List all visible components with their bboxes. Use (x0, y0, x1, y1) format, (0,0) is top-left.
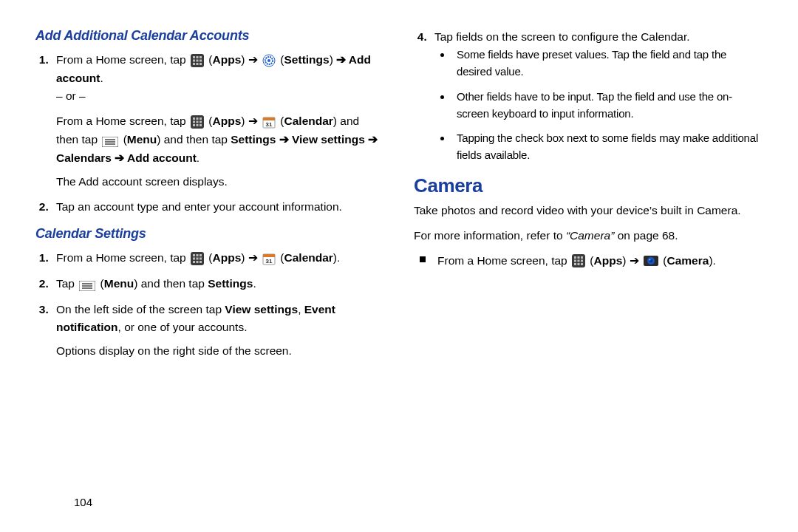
camera-p1: Take photos and record video with your d… (414, 202, 763, 219)
step1b-mid2: and then tap (160, 133, 231, 146)
cs1-pre: From a Home screen, tap (56, 251, 189, 264)
calendar-settings-steps: From a Home screen, tap (Apps) ➔ 31 (Cal… (52, 249, 384, 360)
svg-rect-18 (197, 120, 199, 123)
svg-rect-1 (193, 56, 195, 58)
camera-label: Camera (667, 254, 709, 267)
bullet-2: Other fields have to be input. Tap the f… (452, 88, 763, 123)
calendar-icon: 31 (262, 250, 276, 267)
calendar-label: Calendar (284, 115, 333, 127)
s4-lead: Tap fields on the screen to configure th… (434, 30, 690, 43)
svg-rect-53 (581, 260, 583, 262)
svg-rect-50 (581, 256, 583, 259)
svg-rect-7 (193, 63, 195, 65)
step-2: Tap an account type and enter your accou… (52, 198, 384, 216)
menu-label: Menu (127, 133, 157, 146)
svg-rect-5 (197, 59, 199, 61)
svg-rect-16 (200, 117, 202, 120)
step-1: From a Home screen, tap (Apps) ➔ (Settin… (52, 51, 384, 191)
cs3-mid: , (298, 303, 304, 316)
step1-text-pre: From a Home screen, tap (56, 53, 189, 66)
page-number: 104 (74, 496, 92, 508)
svg-rect-24 (263, 117, 275, 120)
svg-rect-2 (197, 56, 199, 58)
svg-point-60 (649, 259, 651, 261)
svg-rect-21 (197, 124, 199, 126)
svg-rect-51 (574, 260, 576, 262)
apps-grid-icon (191, 113, 204, 131)
apps-grid-icon (191, 250, 204, 267)
svg-rect-4 (193, 59, 195, 61)
svg-rect-17 (193, 120, 195, 123)
settings-label: Settings (284, 53, 330, 66)
right-column: Tap fields on the screen to configure th… (414, 28, 763, 367)
svg-rect-32 (197, 254, 199, 256)
apps-label: Apps (213, 53, 242, 66)
apps-label: Apps (594, 254, 623, 267)
left-column: Add Additional Calendar Accounts From a … (35, 28, 384, 367)
camera-square-bullet: From a Home screen, tap (Apps) ➔ (Camera… (418, 252, 763, 270)
cs-step-2: Tap (Menu) and then tap Settings. (52, 275, 384, 293)
svg-rect-36 (200, 257, 202, 259)
svg-text:31: 31 (266, 121, 273, 128)
camera-ref-quote: “Camera” (566, 229, 614, 242)
svg-rect-34 (193, 257, 195, 259)
svg-rect-6 (200, 59, 202, 61)
menu-list-icon (79, 276, 95, 293)
cs-step-3: On the left side of the screen tap View … (52, 301, 384, 360)
svg-rect-38 (197, 261, 199, 263)
svg-rect-20 (193, 124, 195, 126)
bullet-3: Tapping the check box next to some field… (452, 129, 763, 164)
right-steps: Tap fields on the screen to configure th… (430, 28, 763, 164)
svg-rect-8 (197, 63, 199, 65)
svg-rect-31 (193, 254, 195, 256)
svg-rect-41 (263, 254, 275, 257)
camera-p2b: on page 68. (614, 229, 678, 242)
cs3-pre: On the left side of the screen tap (56, 303, 225, 316)
svg-rect-14 (193, 117, 195, 120)
camera-lens-icon (644, 252, 658, 270)
svg-rect-35 (197, 257, 199, 259)
add-accounts-steps: From a Home screen, tap (Apps) ➔ (Settin… (52, 51, 384, 216)
camera-p2a: For more information, refer to (414, 229, 566, 242)
heading-camera: Camera (414, 174, 763, 197)
svg-rect-9 (200, 63, 202, 65)
heading-add-accounts: Add Additional Calendar Accounts (35, 28, 384, 44)
step1-after: The Add account screen displays. (56, 175, 228, 188)
svg-text:31: 31 (266, 258, 273, 265)
manual-page: Add Additional Calendar Accounts From a … (0, 0, 798, 532)
step-4: Tap fields on the screen to configure th… (430, 28, 763, 164)
cs2-bold: Settings (208, 277, 253, 290)
svg-rect-37 (193, 261, 195, 263)
svg-rect-22 (200, 124, 202, 126)
svg-rect-19 (200, 120, 202, 123)
camera-p2: For more information, refer to “Camera” … (414, 227, 763, 245)
cs2-mid: and then tap (137, 277, 208, 290)
svg-rect-39 (200, 261, 202, 263)
apps-grid-icon (572, 252, 585, 270)
camera-li-pre: From a Home screen, tap (437, 254, 570, 267)
cs3-b1: View settings (225, 303, 298, 316)
bullet-1: Some fields have preset values. Tap the … (452, 46, 763, 81)
or-text: – or – (56, 87, 384, 105)
step4-bullets: Some fields have preset values. Tap the … (452, 46, 763, 164)
apps-label: Apps (213, 115, 242, 127)
cs3-post: , or one of your accounts. (118, 321, 248, 333)
svg-rect-33 (200, 254, 202, 256)
svg-rect-52 (578, 260, 580, 262)
heading-calendar-settings: Calendar Settings (35, 226, 384, 242)
apps-grid-icon (191, 52, 204, 69)
step2-text: Tap an account type and enter your accou… (56, 200, 342, 213)
apps-label: Apps (213, 251, 242, 264)
svg-rect-56 (581, 263, 583, 265)
svg-rect-15 (197, 117, 199, 120)
camera-li: From a Home screen, tap (Apps) ➔ (Camera… (418, 252, 763, 270)
calendar-label: Calendar (284, 251, 333, 264)
svg-rect-49 (578, 256, 580, 259)
cs-step-1: From a Home screen, tap (Apps) ➔ 31 (Cal… (52, 249, 384, 267)
svg-rect-55 (578, 263, 580, 265)
cs3-after: Options display on the right side of the… (56, 344, 292, 357)
cs2-pre: Tap (56, 277, 78, 290)
menu-list-icon (102, 132, 118, 149)
svg-rect-54 (574, 263, 576, 265)
svg-rect-3 (200, 56, 202, 58)
